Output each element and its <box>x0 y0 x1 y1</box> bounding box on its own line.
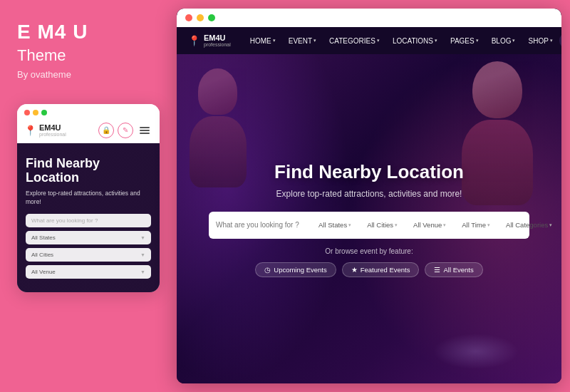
mockup-logo-sub: professional <box>39 132 66 137</box>
mockup-search-input[interactable]: What are you looking for ? <box>26 214 151 227</box>
mockup-select-venue[interactable]: All Venue ▼ <box>26 265 151 279</box>
feature-tags: ◷ Upcoming Events ★ Featured Events ☰ Al… <box>191 262 547 277</box>
mockup-edit-icon[interactable]: ✎ <box>118 123 133 138</box>
mockup-logo-pin-icon: 📍 <box>24 125 36 136</box>
nav-arrow-locations: ▾ <box>435 38 437 43</box>
nav-arrow-blog: ▾ <box>512 38 515 43</box>
mockup-select-cities[interactable]: All Cities ▼ <box>26 248 151 262</box>
browser-dot-red <box>185 14 192 21</box>
mockup-select-states[interactable]: All States ▼ <box>26 231 151 244</box>
nav-item-categories[interactable]: CATEGORIES ▾ <box>323 27 386 54</box>
site-nav-logo-pin-icon: 📍 <box>188 35 200 46</box>
mockup-hero-sub: Explore top-rated attractions, activitie… <box>26 190 151 207</box>
nav-item-event[interactable]: EVENT ▾ <box>282 27 323 54</box>
mockup-top-bar <box>17 104 160 118</box>
mobile-mockup: 📍 EM4U professional 🔒 ✎ Find Nearby Loca… <box>17 104 160 292</box>
site-nav-logo-sub: professional <box>204 42 231 47</box>
search-dropdown-time[interactable]: All Time ▾ <box>458 221 494 229</box>
nav-arrow-event: ▾ <box>314 38 316 43</box>
search-bar: All States ▾ All Cities ▾ All Venue ▾ Al… <box>209 212 529 239</box>
dropdown-arrow-states: ▾ <box>348 222 351 228</box>
site-nav-items: HOME ▾ EVENT ▾ CATEGORIES ▾ LOCATIONS ▾ … <box>244 27 559 54</box>
mockup-select-venue-arrow: ▼ <box>140 269 145 274</box>
mockup-lock-icon[interactable]: 🔒 <box>98 123 114 138</box>
feature-tag-upcoming[interactable]: ◷ Upcoming Events <box>255 262 336 277</box>
site-nav-logo: 📍 EM4U professional <box>188 34 231 47</box>
brand-by: By ovatheme <box>17 69 160 80</box>
browser-bar <box>177 9 561 27</box>
nav-arrow-pages: ▾ <box>476 38 479 43</box>
site-nav: 📍 EM4U professional HOME ▾ EVENT ▾ CATEG… <box>177 27 561 54</box>
nav-item-blog[interactable]: BLOG ▾ <box>485 27 522 54</box>
mockup-logo: 📍 EM4U professional <box>24 124 66 137</box>
hero-subtitle: Explore top-rated attractions, activitie… <box>191 189 547 199</box>
nav-item-home[interactable]: HOME ▾ <box>244 27 282 54</box>
mockup-dot-yellow <box>33 110 38 115</box>
upcoming-icon: ◷ <box>264 266 271 274</box>
mockup-logo-text: EM4U <box>39 124 66 132</box>
mockup-nav: 📍 EM4U professional 🔒 ✎ <box>17 118 160 143</box>
mockup-hero: Find Nearby Location Explore top-rated a… <box>17 143 160 292</box>
nav-lock-button[interactable]: 🔒 <box>559 32 561 49</box>
browse-feature-label: Or browse event by feature: <box>191 247 547 255</box>
hero-content: Find Nearby Location Explore top-rated a… <box>177 161 561 277</box>
nav-arrow-home: ▾ <box>273 38 276 43</box>
left-panel: E M4 U Theme By ovatheme 📍 EM4U professi… <box>0 0 177 392</box>
nav-arrow-categories: ▾ <box>377 38 380 43</box>
search-dropdown-cities[interactable]: All Cities ▾ <box>363 221 401 229</box>
all-events-icon: ☰ <box>434 266 440 274</box>
brand-subtitle: Theme <box>17 46 160 65</box>
search-dropdown-states[interactable]: All States ▾ <box>315 221 355 229</box>
search-main-input[interactable] <box>216 221 306 229</box>
mockup-select-cities-arrow: ▼ <box>140 252 145 257</box>
dropdown-arrow-time: ▾ <box>487 222 490 228</box>
nav-arrow-shop: ▾ <box>550 38 553 43</box>
mockup-nav-icons: 🔒 ✎ <box>98 123 152 138</box>
search-dropdown-venue[interactable]: All Venue ▾ <box>410 221 450 229</box>
mockup-hero-title: Find Nearby Location <box>26 156 151 185</box>
dropdown-arrow-categories: ▾ <box>549 222 552 228</box>
mockup-dot-green <box>41 110 47 115</box>
brand-title: E M4 U <box>17 21 160 43</box>
dropdown-arrow-venue: ▾ <box>443 222 446 228</box>
hero-title: Find Nearby Location <box>191 161 547 183</box>
right-panel: 📍 EM4U professional HOME ▾ EVENT ▾ CATEG… <box>177 9 561 383</box>
nav-item-locations[interactable]: LOCATIONS ▾ <box>386 27 444 54</box>
browser-dot-green <box>208 14 215 21</box>
nav-item-pages[interactable]: PAGES ▾ <box>444 27 485 54</box>
mockup-dot-red <box>24 110 30 115</box>
feature-tag-featured[interactable]: ★ Featured Events <box>342 262 420 277</box>
featured-icon: ★ <box>351 266 358 274</box>
search-dropdown-categories[interactable]: All Categories ▾ <box>502 221 556 229</box>
site-nav-logo-text: EM4U <box>204 34 231 42</box>
browser-dot-yellow <box>197 14 204 21</box>
nav-item-shop[interactable]: SHOP ▾ <box>522 27 559 54</box>
dropdown-arrow-cities: ▾ <box>395 222 398 228</box>
site-nav-icons: 🔒 ✎ <box>559 32 561 49</box>
site-hero: Find Nearby Location Explore top-rated a… <box>177 54 561 383</box>
mockup-select-arrow: ▼ <box>140 235 145 240</box>
feature-tag-all[interactable]: ☰ All Events <box>425 262 482 277</box>
mockup-menu-icon[interactable] <box>137 123 152 138</box>
